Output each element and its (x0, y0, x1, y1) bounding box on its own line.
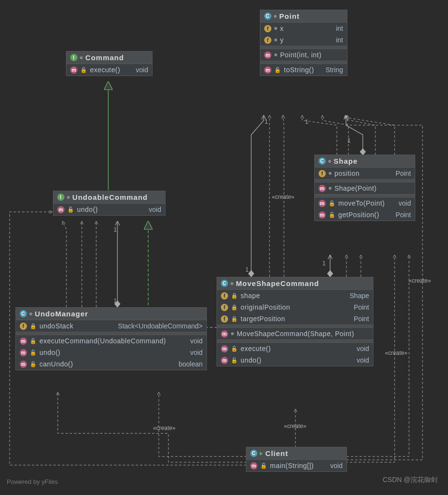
mult-1b: 1 (114, 298, 117, 304)
method-icon: m (20, 361, 27, 368)
public-icon: 🔓 (67, 207, 74, 213)
field-icon: f (221, 292, 228, 300)
class-name: UndoableCommand (72, 193, 148, 201)
method-icon: m (221, 330, 228, 338)
private-icon: 🔒 (231, 293, 238, 299)
public-icon: 🔓 (329, 200, 335, 207)
method-icon: m (250, 462, 257, 469)
method-icon: m (319, 211, 326, 219)
method-icon: m (319, 185, 326, 192)
mult-1d: 1 (305, 118, 308, 125)
class-move-shape-command[interactable]: C MoveShapeCommand f 🔒 shape Shape f 🔒 o… (217, 277, 373, 366)
method-icon: m (221, 357, 228, 364)
class-client[interactable]: C Client m 🔓 main(String[]) void (246, 447, 347, 472)
class-name: Shape (333, 157, 358, 165)
public-icon: 🔓 (329, 212, 335, 218)
method-icon: m (57, 206, 64, 213)
public-icon: 🔓 (30, 338, 37, 344)
private-icon: 🔒 (30, 323, 37, 329)
field-icon: f (319, 170, 326, 177)
field-icon: f (20, 323, 27, 330)
class-icon: C (319, 157, 326, 165)
create-b: «create» (284, 423, 307, 430)
method-icon: m (264, 52, 271, 59)
class-name: Point (279, 12, 300, 20)
field-icon: f (221, 304, 228, 311)
mult-1g: 1 (322, 260, 326, 267)
class-name: MoveShapeCommand (236, 279, 319, 287)
method-icon: m (319, 200, 326, 207)
method-icon: m (20, 349, 27, 356)
class-undo-manager[interactable]: C UndoManager f 🔒 undoStack Stack<Undoab… (15, 307, 207, 370)
class-name: Client (265, 449, 288, 457)
create-d: «create» (385, 350, 408, 356)
class-icon: C (250, 450, 257, 457)
class-command[interactable]: I Command m 🔓 execute() void (66, 51, 153, 76)
class-icon: C (20, 310, 27, 317)
watermark-csdn: CSDN @浣花御剑 (383, 476, 437, 484)
create-e: «create» (409, 277, 431, 284)
class-point[interactable]: C Point f x int f y int m Point(int, int… (260, 10, 347, 76)
run-icon (260, 452, 263, 456)
mult-1c: 1 (265, 118, 268, 125)
public-icon: 🔓 (231, 357, 238, 364)
mult-1f: 1 (245, 266, 249, 273)
public-icon: 🔓 (260, 463, 267, 469)
method-icon: m (264, 66, 271, 74)
public-icon: 🔓 (30, 361, 37, 367)
mult-1a: 1 (114, 226, 117, 233)
watermark-yfiles: Powered by yFiles (7, 478, 58, 485)
mult-1e: 1 (347, 137, 351, 144)
create-a: «create» (272, 194, 294, 200)
class-shape[interactable]: C Shape f position Point m Shape(Point) … (314, 155, 415, 221)
private-icon: 🔒 (231, 304, 238, 311)
class-name: UndoManager (35, 310, 88, 318)
field-icon: f (221, 315, 228, 323)
field-icon: f (264, 37, 271, 44)
private-icon: 🔒 (231, 316, 238, 322)
interface-icon: I (70, 54, 77, 61)
public-icon: 🔓 (274, 67, 281, 73)
class-icon: C (264, 13, 271, 20)
field-icon: f (264, 25, 271, 32)
class-name: Command (85, 53, 124, 62)
interface-icon: I (57, 194, 64, 201)
class-icon: C (221, 280, 228, 287)
method-icon: m (20, 338, 27, 345)
public-icon: 🔓 (80, 67, 87, 73)
class-undoable-command[interactable]: I UndoableCommand m 🔓 undo() void (53, 191, 166, 216)
method-icon: m (70, 66, 77, 74)
method-icon: m (221, 345, 228, 352)
public-icon: 🔓 (231, 346, 238, 352)
public-icon: 🔓 (30, 350, 37, 356)
create-c: «create» (153, 425, 176, 431)
